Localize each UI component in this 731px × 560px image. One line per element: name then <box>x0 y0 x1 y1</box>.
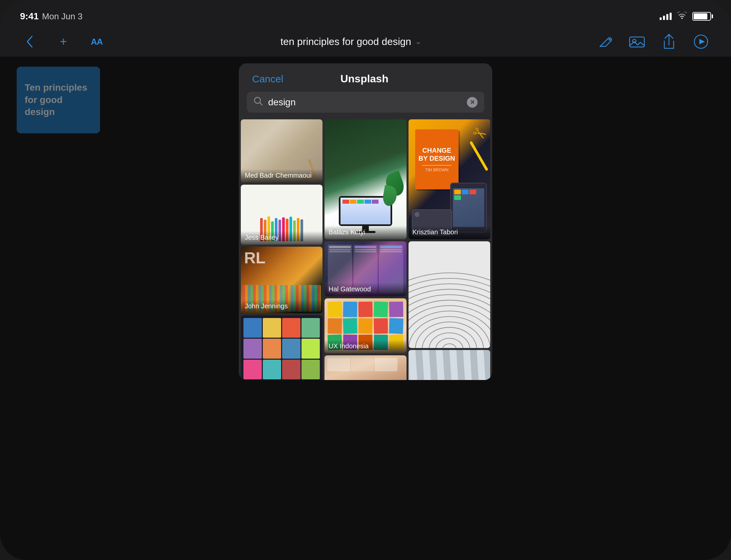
toolbar-center: ten principles for good design ⌄ <box>280 36 421 47</box>
svg-point-14 <box>409 295 490 348</box>
svg-point-0 <box>609 39 611 41</box>
search-bar <box>247 92 484 113</box>
search-input[interactable] <box>268 97 462 108</box>
modal-backdrop: Cancel Unsplash <box>0 57 731 560</box>
image-label: Jess Bailey <box>241 231 322 245</box>
list-item[interactable] <box>409 241 490 348</box>
svg-point-9 <box>415 322 483 348</box>
signal-bar-4 <box>670 13 672 20</box>
svg-point-8 <box>422 327 477 348</box>
image-label: Hal Gatewood <box>324 283 406 296</box>
image-label: UX Indonesia <box>324 340 406 353</box>
col-2: Balázs Kétyi <box>324 119 406 380</box>
list-item[interactable]: Jess Bailey <box>241 185 322 245</box>
status-bar-right <box>660 12 711 21</box>
modal-title: Unsplash <box>340 73 389 85</box>
list-item[interactable] <box>241 315 322 380</box>
battery-fill <box>694 13 707 19</box>
back-button[interactable] <box>20 32 40 52</box>
signal-bar-3 <box>666 14 668 20</box>
svg-point-13 <box>409 300 490 348</box>
svg-point-6 <box>436 338 463 348</box>
list-item[interactable]: RL John Jennings <box>241 247 322 313</box>
signal-bar-1 <box>660 17 662 20</box>
cancel-button[interactable]: Cancel <box>252 73 283 85</box>
play-button[interactable] <box>691 32 711 52</box>
list-item[interactable] <box>324 355 406 380</box>
status-time: 9:41 <box>20 11 39 22</box>
battery-icon <box>692 12 711 21</box>
image-label: Med Badr Chemmaoui <box>241 169 322 183</box>
status-bar-left: 9:41 Mon Jun 3 <box>20 11 82 22</box>
modal-header: Cancel Unsplash <box>239 63 492 92</box>
search-icon <box>253 96 263 108</box>
toolbar-left: + AA <box>20 32 107 52</box>
list-item[interactable]: Balázs Kétyi <box>324 119 406 239</box>
title-chevron-icon[interactable]: ⌄ <box>415 37 421 46</box>
font-button[interactable]: AA <box>87 32 107 52</box>
svg-point-12 <box>409 306 490 348</box>
col-1: Med Badr Chemmaoui <box>241 119 322 380</box>
col-3: CHANGE BY DESIGN TIM BROWN <box>409 119 490 380</box>
wifi-icon <box>677 12 687 21</box>
media-button[interactable] <box>627 32 647 52</box>
svg-point-10 <box>409 316 490 348</box>
main-content: 1 Ten principles for good design Cancel … <box>0 57 731 560</box>
list-item[interactable]: Ricardo Gomez Angel <box>409 350 490 380</box>
image-label: John Jennings <box>241 300 322 313</box>
status-bar: 9:41 Mon Jun 3 <box>0 0 731 27</box>
svg-point-7 <box>429 333 470 348</box>
ipad-frame: 9:41 Mon Jun 3 <box>0 0 731 560</box>
toolbar: + AA ten principles for good design ⌄ <box>0 27 731 57</box>
status-date: Mon Jun 3 <box>42 11 82 22</box>
unsplash-modal: Cancel Unsplash <box>239 63 492 380</box>
image-label: Balázs Kétyi <box>324 226 406 239</box>
signal-bar-2 <box>663 16 665 20</box>
list-item[interactable]: Hal Gatewood <box>324 241 406 296</box>
image-grid: Med Badr Chemmaoui <box>239 119 492 380</box>
svg-point-17 <box>409 278 490 348</box>
svg-rect-1 <box>630 37 644 47</box>
image-label: Krisztian Tabori <box>409 226 490 239</box>
svg-point-18 <box>409 273 490 348</box>
list-item[interactable]: Med Badr Chemmaoui <box>241 119 322 183</box>
toolbar-right <box>595 32 711 52</box>
clear-search-button[interactable] <box>467 97 478 108</box>
signal-bars-icon <box>660 13 672 20</box>
share-button[interactable] <box>659 32 679 52</box>
document-title: ten principles for good design <box>280 36 411 47</box>
search-container <box>239 92 492 119</box>
list-item[interactable]: CHANGE BY DESIGN TIM BROWN <box>409 119 490 239</box>
add-slide-button[interactable]: + <box>53 32 73 52</box>
svg-point-5 <box>443 344 456 348</box>
list-item[interactable]: UX Indonesia <box>324 298 406 353</box>
draw-button[interactable] <box>595 32 615 52</box>
